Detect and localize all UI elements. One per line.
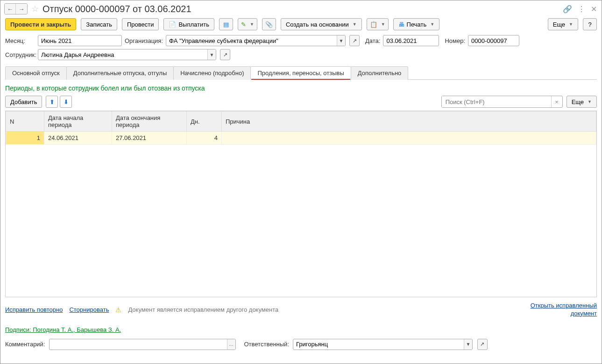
content-more-label: Еще <box>572 98 584 105</box>
comment-label: Комментарий: <box>5 341 45 348</box>
move-up-button[interactable]: ⬆ <box>46 96 58 108</box>
print-button[interactable]: 🖶 Печать ▼ <box>393 18 440 30</box>
number-field <box>468 35 519 46</box>
more-button[interactable]: Еще ▼ <box>548 18 578 30</box>
arrow-up-icon: ⬆ <box>50 98 55 105</box>
footer-row: Комментарий: … Ответственный: ▼ ↗ <box>0 336 602 354</box>
search-clear-button[interactable]: × <box>551 96 562 107</box>
tab-accrued-detail[interactable]: Начислено (подробно) <box>173 66 251 80</box>
table-row[interactable]: 1 24.06.2021 27.06.2021 4 <box>6 132 596 145</box>
col-n[interactable]: N <box>6 112 44 132</box>
cell-start[interactable]: 24.06.2021 <box>44 132 112 145</box>
document-icon: ▤ <box>223 21 229 28</box>
attach-icon-button[interactable]: 📎 <box>262 18 276 30</box>
tab-extensions-transfers[interactable]: Продления, переносы, отзывы <box>250 66 351 80</box>
section-heading: Периоды, в которые сотрудник болел или б… <box>5 84 597 92</box>
employee-field[interactable]: ▼ <box>38 49 216 60</box>
tab-main-vacation[interactable]: Основной отпуск <box>5 66 67 80</box>
employee-open-button[interactable]: ↗ <box>220 49 230 60</box>
periods-table-wrap: N Дата начала периода Дата окончания пер… <box>5 111 597 297</box>
main-toolbar: Провести и закрыть Записать Провести 📄 В… <box>0 16 602 34</box>
number-label: Номер: <box>445 37 465 44</box>
open-original-link[interactable]: Открыть исправленный документ <box>517 302 597 318</box>
table-header-row: N Дата начала периода Дата окончания пер… <box>6 112 596 132</box>
chevron-down-icon: ▼ <box>569 22 573 27</box>
form-header: Месяц: 📅 ▲▼ Организация: ▼ ↗ Дата: 📅 Ном… <box>0 34 602 66</box>
print-label: Печать <box>407 21 427 28</box>
date-input[interactable] <box>383 35 439 46</box>
cell-end[interactable]: 27.06.2021 <box>112 132 187 145</box>
paperclip-icon: 📎 <box>265 21 273 28</box>
chevron-down-icon[interactable]: ▼ <box>464 339 472 350</box>
move-down-button[interactable]: ⬇ <box>60 96 72 108</box>
responsible-open-button[interactable]: ↗ <box>477 339 488 350</box>
content-toolbar: Добавить ⬆ ⬇ × Еще ▼ <box>5 96 597 108</box>
employee-label: Сотрудник: <box>5 51 35 58</box>
comment-input[interactable] <box>50 339 227 350</box>
save-button[interactable]: Записать <box>81 18 117 30</box>
col-days[interactable]: Дн. <box>187 112 222 132</box>
create-based-label: Создать на основании <box>286 21 349 28</box>
add-row-button[interactable]: Добавить <box>5 96 42 108</box>
nav-arrows: ← → <box>4 3 28 14</box>
favorite-star-icon[interactable]: ☆ <box>31 4 39 14</box>
arrow-down-icon: ⬇ <box>64 98 69 105</box>
printer-icon: 🖶 <box>398 21 404 28</box>
pay-icon: 📄 <box>169 21 176 28</box>
create-based-button[interactable]: Создать на основании ▼ <box>281 18 362 30</box>
col-reason[interactable]: Причина <box>222 112 596 132</box>
pay-button[interactable]: 📄 Выплатить <box>163 18 214 30</box>
cell-days[interactable]: 4 <box>187 132 222 145</box>
month-field[interactable]: 📅 ▲▼ <box>38 35 122 46</box>
signatures-link[interactable]: Подписи: Погодина Т. А., Барышева З. А. <box>5 326 121 333</box>
month-input[interactable] <box>38 35 122 46</box>
link-icon[interactable]: 🔗 <box>563 5 572 14</box>
fix-again-link[interactable]: Исправить повторно <box>5 306 63 313</box>
comment-field[interactable]: … <box>49 339 236 350</box>
date-field[interactable]: 📅 <box>383 35 439 46</box>
copy-icon: 📋 <box>370 21 377 28</box>
cell-reason[interactable] <box>222 132 596 145</box>
warning-icon: ⚠ <box>115 306 121 314</box>
close-icon[interactable]: ✕ <box>591 5 597 14</box>
window-title: Отпуск 0000-000097 от 03.06.2021 <box>42 4 560 14</box>
title-bar: ← → ☆ Отпуск 0000-000097 от 03.06.2021 🔗… <box>0 0 602 16</box>
month-label: Месяц: <box>5 37 35 44</box>
chevron-down-icon: ▼ <box>353 22 357 27</box>
copy-icon-button[interactable]: 📋▼ <box>367 18 389 30</box>
chevron-down-icon[interactable]: ▼ <box>207 49 216 60</box>
org-input[interactable] <box>166 35 337 46</box>
chevron-down-icon: ▼ <box>430 22 434 27</box>
help-button[interactable]: ? <box>583 18 597 30</box>
ellipsis-button[interactable]: … <box>227 339 235 350</box>
pencil-icon: ✎ <box>241 21 246 28</box>
org-label: Организация: <box>125 37 163 44</box>
more-label: Еще <box>553 21 565 28</box>
tab-additional[interactable]: Дополнительно <box>351 66 409 80</box>
tab-content: Периоды, в которые сотрудник болел или б… <box>0 80 602 297</box>
nav-back-button[interactable]: ← <box>5 4 16 14</box>
storno-link[interactable]: Сторнировать <box>69 306 109 313</box>
cell-n[interactable]: 1 <box>6 132 44 145</box>
nav-forward-button[interactable]: → <box>16 4 27 14</box>
responsible-field[interactable]: ▼ <box>293 339 473 350</box>
org-open-button[interactable]: ↗ <box>349 35 360 46</box>
search-field[interactable]: × <box>441 96 563 108</box>
responsible-input[interactable] <box>293 339 464 350</box>
tab-additional-vacations[interactable]: Дополнительные отпуска, отгулы <box>66 66 174 80</box>
edit-icon-button[interactable]: ✎▼ <box>238 18 257 30</box>
chevron-down-icon: ▼ <box>588 99 592 104</box>
search-input[interactable] <box>442 96 551 107</box>
col-end[interactable]: Дата окончания периода <box>112 112 187 132</box>
post-button[interactable]: Провести <box>122 18 159 30</box>
post-and-close-button[interactable]: Провести и закрыть <box>5 18 76 30</box>
col-start[interactable]: Дата начала периода <box>44 112 112 132</box>
employee-input[interactable] <box>38 49 207 60</box>
warning-text: Документ является исправлением другого д… <box>128 306 278 313</box>
responsible-label: Ответственный: <box>244 341 289 348</box>
chevron-down-icon[interactable]: ▼ <box>337 35 345 46</box>
content-more-button[interactable]: Еще ▼ <box>567 96 597 108</box>
kebab-menu-icon[interactable]: ⋮ <box>578 5 585 14</box>
org-field[interactable]: ▼ <box>166 35 346 46</box>
document-icon-button[interactable]: ▤ <box>219 18 233 30</box>
